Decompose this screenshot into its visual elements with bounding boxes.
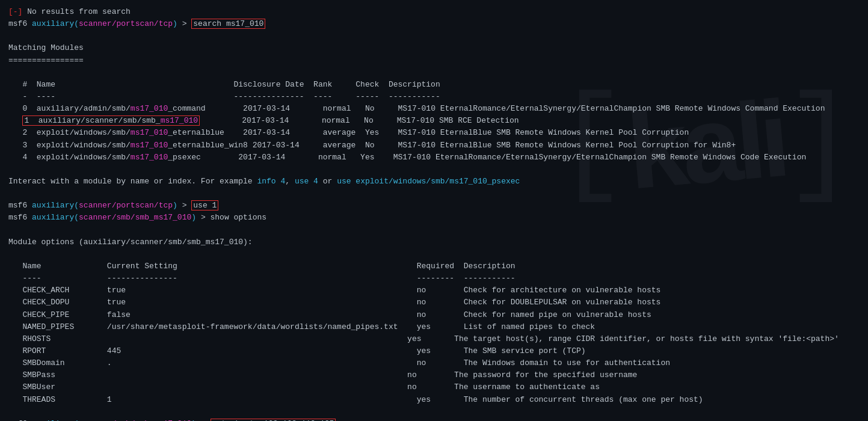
row-1-box: 1 auxiliary/scanner/smb/smb_ms17_010 bbox=[22, 115, 200, 126]
table-header-sep: - ---- --------------- ---- ----- ------… bbox=[8, 91, 860, 103]
opt-rport: RPORT 445 yes The SMB service port (TCP) bbox=[8, 345, 860, 357]
opt-smbdomain: SMBDomain . no The Windows domain to use… bbox=[8, 357, 860, 369]
matching-modules-underline: ================ bbox=[8, 55, 860, 67]
opt-rhosts: RHOSTS yes The target host(s), range CID… bbox=[8, 333, 860, 345]
options-header: Name Current Setting Required Descriptio… bbox=[8, 260, 860, 272]
opt-named-pipes: NAMED_PIPES /usr/share/metasploit-framew… bbox=[8, 321, 860, 333]
table-row-1: 1 auxiliary/scanner/smb/smb_ms17_010 201… bbox=[8, 115, 860, 127]
table-row-3: 3 exploit/windows/smb/ms17_010_eternalbl… bbox=[8, 140, 860, 152]
table-header: # Name Disclosure Date Rank Check Descri… bbox=[8, 79, 860, 91]
line-blank3 bbox=[8, 164, 860, 176]
table-row-2: 2 exploit/windows/smb/ms17_010_eternalbl… bbox=[8, 127, 860, 139]
line-blank2 bbox=[8, 67, 860, 79]
opt-check-pipe: CHECK_PIPE false no Check for named pipe… bbox=[8, 309, 860, 321]
search-command-box: search ms17_010 bbox=[191, 19, 265, 29]
opt-smbuser: SMBUser no The username to authenticate … bbox=[8, 381, 860, 393]
line-show-options: msf6 auxiliary(scanner/smb/smb_ms17_010)… bbox=[8, 212, 860, 224]
line-blank4 bbox=[8, 188, 860, 200]
line-blank7 bbox=[8, 406, 860, 418]
opt-check-arch: CHECK_ARCH true no Check for architectur… bbox=[8, 284, 860, 297]
opt-check-dopu: CHECK_DOPU true no Check for DOUBLEPULSA… bbox=[8, 297, 860, 309]
module-options-title: Module options (auxiliary/scanner/smb/sm… bbox=[8, 236, 860, 248]
opt-smbpass: SMBPass no The password for the specifie… bbox=[8, 369, 860, 381]
line-blank1 bbox=[8, 30, 860, 42]
matching-modules-title: Matching Modules bbox=[8, 42, 860, 54]
line-blank6 bbox=[8, 248, 860, 260]
use-command-box: use 1 bbox=[191, 200, 218, 210]
terminal-window: [-] No results from search msf6 auxiliar… bbox=[0, 0, 868, 421]
line-set-rhosts: msf6 auxiliary(scanner/smb/smb_ms17_010)… bbox=[8, 418, 860, 421]
options-header-sep: ---- --------------- -------- ----------… bbox=[8, 272, 860, 284]
line-blank5 bbox=[8, 224, 860, 236]
table-row-4: 4 exploit/windows/smb/ms17_010_psexec 20… bbox=[8, 152, 860, 164]
minus-icon: [-] bbox=[8, 7, 22, 16]
opt-threads: THREADS 1 yes The number of concurrent t… bbox=[8, 394, 860, 406]
line-use-cmd: msf6 auxiliary(scanner/portscan/tcp) > u… bbox=[8, 200, 860, 212]
line-no-results: [-] No results from search bbox=[8, 6, 860, 18]
table-row-0: 0 auxiliary/admin/smb/ms17_010_command 2… bbox=[8, 103, 860, 115]
set-rhosts-command-box: set rhosts 192.168.112.135 bbox=[211, 419, 336, 421]
interact-hint: Interact with a module by name or index.… bbox=[8, 176, 860, 188]
line-search-cmd: msf6 auxiliary(scanner/portscan/tcp) > s… bbox=[8, 18, 860, 30]
